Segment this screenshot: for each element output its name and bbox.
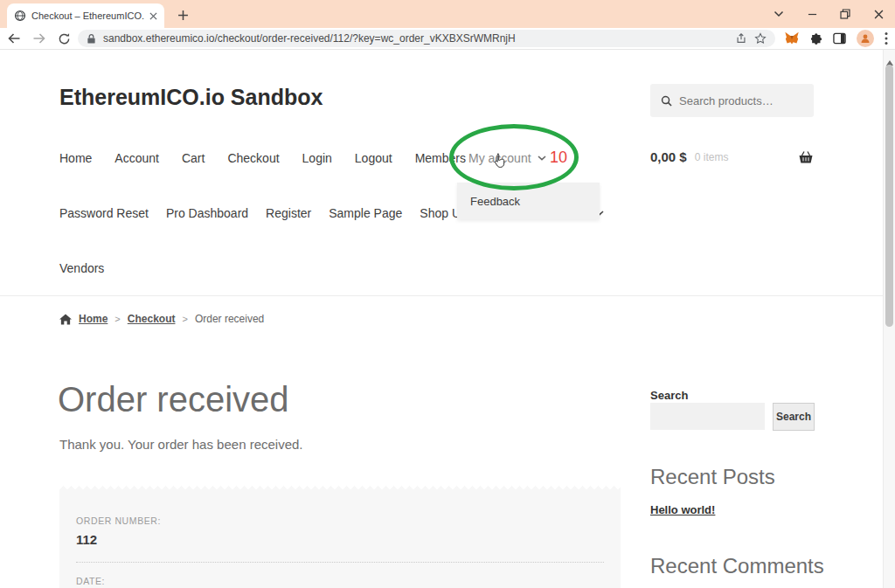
my-account-dropdown: Feedback <box>457 183 600 219</box>
nav-item-home[interactable]: Home <box>59 151 92 165</box>
sidebar-search-input[interactable] <box>650 403 765 430</box>
menu-kebab-icon[interactable] <box>885 31 888 45</box>
magnifier-icon <box>661 95 672 107</box>
nav-item-password-reset[interactable]: Password Reset <box>59 206 149 220</box>
product-search-input[interactable] <box>679 94 803 107</box>
breadcrumb-current: Order received <box>195 313 264 325</box>
tab-search-chevron-icon[interactable] <box>762 0 795 28</box>
order-receipt: ORDER NUMBER: 112 DATE: <box>59 486 621 588</box>
restore-button[interactable] <box>829 0 862 28</box>
page-scrollbar[interactable] <box>883 50 895 588</box>
page-title: Order received <box>58 380 289 419</box>
profile-avatar[interactable] <box>857 30 874 47</box>
header-divider <box>0 295 883 296</box>
sidebar-search-button[interactable]: Search <box>773 403 815 431</box>
scrollbar-thumb[interactable] <box>885 65 893 327</box>
cart-item-count: 0 items <box>695 151 729 163</box>
window-controls <box>762 0 895 28</box>
browser-window: Checkout – EthereumICO.io Sandbox <box>0 0 895 588</box>
browser-toolbar: sandbox.ethereumico.io/checkout/order-re… <box>0 28 895 50</box>
recent-comments-heading: Recent Comments <box>650 554 824 578</box>
minimize-button[interactable] <box>795 0 829 28</box>
order-number-label: ORDER NUMBER: <box>76 515 604 526</box>
extensions-puzzle-icon[interactable] <box>810 32 822 45</box>
url-bar[interactable]: sandbox.ethereumico.io/checkout/order-re… <box>78 30 775 47</box>
globe-favicon-icon <box>14 10 26 22</box>
site-title[interactable]: EthereumICO.io Sandbox <box>59 85 323 110</box>
dropdown-item-feedback[interactable]: Feedback <box>470 195 520 208</box>
side-panel-icon[interactable] <box>833 32 846 45</box>
tab-close-icon[interactable] <box>149 12 157 20</box>
reload-button-icon[interactable] <box>58 32 71 45</box>
nav-menu-row-2: Password Reset Pro Dashboard Register Sa… <box>59 206 448 220</box>
nav-item-pro-dashboard[interactable]: Pro Dashboard <box>166 206 248 220</box>
breadcrumb-home[interactable]: Home <box>79 313 108 325</box>
my-account-label: My account <box>468 151 531 165</box>
chevron-down-icon <box>538 156 546 161</box>
receipt-divider <box>76 562 604 563</box>
nav-item-my-account[interactable]: My account <box>468 151 546 165</box>
nav-item-members[interactable]: Members <box>415 151 466 165</box>
nav-item-checkout[interactable]: Checkout <box>227 151 279 165</box>
back-button-icon[interactable] <box>7 32 21 45</box>
metamask-fox-icon[interactable] <box>784 31 800 45</box>
recent-posts-heading: Recent Posts <box>650 465 775 489</box>
forward-button-icon[interactable] <box>32 32 46 45</box>
nav-menu-row-3: Vendors <box>59 261 104 275</box>
lock-icon <box>87 33 96 45</box>
basket-icon[interactable] <box>798 150 814 164</box>
tab-bar: Checkout – EthereumICO.io Sandbox <box>0 0 895 28</box>
share-icon[interactable] <box>735 32 747 45</box>
cart-summary[interactable]: 0,00 $ 0 items <box>650 149 814 164</box>
order-date-label: DATE: <box>76 576 604 586</box>
nav-item-login[interactable]: Login <box>302 151 332 165</box>
nav-item-cart[interactable]: Cart <box>182 151 205 165</box>
url-text[interactable]: sandbox.ethereumico.io/checkout/order-re… <box>103 32 728 45</box>
breadcrumb-checkout[interactable]: Checkout <box>128 313 176 325</box>
nav-item-sample-page[interactable]: Sample Page <box>329 206 402 220</box>
house-icon <box>59 314 72 325</box>
annotation-number: 10 <box>550 149 567 167</box>
nav-item-vendors[interactable]: Vendors <box>59 261 104 275</box>
breadcrumb-separator: > <box>114 314 120 324</box>
webpage: EthereumICO.io Sandbox Home Account Cart… <box>0 50 895 588</box>
cart-total: 0,00 $ <box>650 149 687 164</box>
order-number-value: 112 <box>76 532 604 547</box>
sidebar-search-label: Search <box>650 389 688 402</box>
breadcrumb-separator: > <box>182 314 187 324</box>
nav-item-logout[interactable]: Logout <box>355 151 392 165</box>
tab-title: Checkout – EthereumICO.io Sandbox <box>31 10 144 21</box>
bookmark-star-icon[interactable] <box>754 32 767 45</box>
nav-menu-row-1: Home Account Cart Checkout Login Logout … <box>59 151 466 165</box>
breadcrumb: Home > Checkout > Order received <box>59 313 264 325</box>
close-window-button[interactable] <box>862 0 895 28</box>
nav-item-account[interactable]: Account <box>114 151 159 165</box>
browser-tab[interactable]: Checkout – EthereumICO.io Sandbox <box>7 3 164 28</box>
thank-you-message: Thank you. Your order has been received. <box>59 437 303 452</box>
new-tab-button[interactable] <box>173 5 192 24</box>
recent-post-link[interactable]: Hello world! <box>650 503 715 516</box>
nav-item-register[interactable]: Register <box>266 206 311 220</box>
receipt-zigzag-edge <box>59 486 621 494</box>
nav-item-shop[interactable]: Shop <box>420 206 448 220</box>
product-search-box[interactable] <box>650 84 814 117</box>
